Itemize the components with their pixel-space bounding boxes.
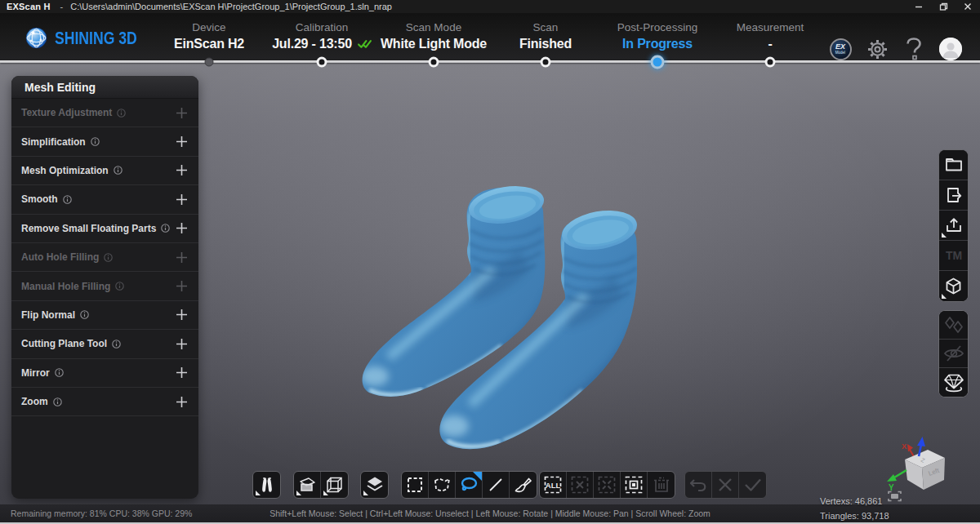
panel-item-smooth[interactable]: Smooth: [11, 185, 198, 214]
rect-select-button[interactable]: [402, 472, 429, 498]
info-icon[interactable]: [114, 166, 122, 175]
orientation-cube[interactable]: X Left Z Y: [874, 437, 956, 510]
progress-node-scan-mode[interactable]: [429, 56, 439, 67]
panel-item-texture-adjustment[interactable]: Texture Adjustment: [11, 99, 198, 127]
marker-points-button[interactable]: [939, 311, 968, 340]
expand-plus-icon[interactable]: [176, 396, 188, 408]
progress-node-post-processing[interactable]: [651, 55, 665, 69]
restore-button[interactable]: [931, 0, 956, 13]
step-scan-mode[interactable]: Scan Mode White Light Mode: [381, 20, 487, 53]
step-scan[interactable]: Scan Finished: [519, 20, 572, 53]
wire-cube-icon: [325, 476, 344, 495]
panel-item-mirror[interactable]: Mirror: [11, 359, 198, 388]
expand-plus-icon[interactable]: [176, 338, 188, 350]
line-select-button[interactable]: [483, 472, 510, 498]
export-data-button[interactable]: [939, 180, 968, 211]
progress-node-scan[interactable]: [541, 56, 551, 67]
step-calibration[interactable]: Calibration Jul.29 - 13:50: [272, 20, 372, 53]
panel-item-cutting-plane-tool[interactable]: Cutting Plane Tool: [11, 330, 198, 358]
panel-item-simplification[interactable]: Simplification: [11, 127, 198, 156]
system-resources: Remaining memory: 81% CPU: 38% GPU: 29%: [11, 508, 192, 518]
mesh-quality-button[interactable]: [939, 368, 968, 397]
expand-plus-icon[interactable]: [176, 366, 188, 379]
info-icon[interactable]: [104, 253, 113, 262]
fit-view-button[interactable]: [888, 491, 902, 502]
undo-icon: [688, 476, 708, 494]
exscan-window: EXScan H - C:\Users\admin\Documents\EXSc…: [0, 0, 980, 524]
share-upload-button[interactable]: [939, 211, 968, 241]
unselect-all-button[interactable]: [567, 472, 594, 498]
panel-item-zoom[interactable]: Zoom: [11, 388, 198, 416]
folder-icon: [945, 156, 963, 174]
cancel-button[interactable]: [712, 472, 739, 498]
expand-plus-icon[interactable]: [176, 251, 188, 264]
cut-plane-view-button[interactable]: [294, 472, 321, 498]
data-layers-button[interactable]: [361, 472, 388, 498]
apply-button[interactable]: [739, 472, 766, 498]
panel-item-manual-hole-filling[interactable]: Manual Hole Filling: [11, 272, 198, 300]
view-cube: Left Z: [905, 450, 945, 490]
export-file-icon: [945, 186, 963, 204]
info-icon[interactable]: [80, 310, 89, 319]
brand-name: SHINING 3D: [55, 28, 137, 49]
account-button[interactable]: [939, 38, 962, 60]
info-icon[interactable]: [63, 195, 72, 204]
plane-sheet-icon: [297, 476, 317, 494]
brush-select-button[interactable]: [510, 472, 537, 498]
wireframe-view-button[interactable]: [321, 472, 348, 498]
settings-button[interactable]: [866, 38, 889, 60]
panel-item-label: Cutting Plane Tool: [21, 338, 107, 349]
delete-selected-button[interactable]: [648, 472, 675, 498]
select-all-button[interactable]: ALL: [540, 472, 567, 498]
info-icon[interactable]: [161, 224, 170, 233]
step-measurement[interactable]: Measurement -: [737, 20, 804, 53]
panel-item-flip-normal[interactable]: Flip Normal: [11, 301, 198, 330]
undo-button[interactable]: [685, 472, 712, 498]
expand-plus-icon[interactable]: [176, 193, 188, 206]
navbar: SHINING 3D Device EinScan H2 Calibration…: [0, 13, 980, 62]
step-post-processing[interactable]: Post-Processing In Progress: [617, 20, 697, 53]
progress-node-calibration[interactable]: [317, 56, 327, 67]
open-project-button[interactable]: [939, 150, 968, 180]
info-icon[interactable]: [91, 137, 100, 146]
tool-group-select-actions: ALL: [539, 471, 675, 499]
texture-mapping-button[interactable]: TM: [939, 241, 968, 271]
expand-plus-icon[interactable]: [176, 280, 188, 292]
select-through-icon: [624, 475, 644, 495]
close-button[interactable]: [956, 0, 980, 13]
select-through-button[interactable]: [621, 472, 648, 498]
exmodel-button[interactable]: EX Model: [829, 38, 852, 60]
step-device[interactable]: Device EinScan H2: [174, 20, 244, 53]
expand-plus-icon[interactable]: [176, 107, 188, 119]
expand-plus-icon[interactable]: [176, 309, 188, 321]
app-title: EXScan H: [7, 2, 51, 11]
tool-group-layers: [360, 471, 389, 499]
progress-node-device[interactable]: [205, 57, 214, 66]
expand-plus-icon[interactable]: [176, 164, 188, 176]
layers-icon: [365, 475, 385, 495]
panel-item-auto-hole-filling[interactable]: Auto Hole Filling: [11, 243, 198, 272]
polygon-select-button[interactable]: [429, 472, 456, 498]
info-icon[interactable]: [117, 109, 126, 118]
expand-plus-icon[interactable]: [176, 222, 188, 234]
info-icon[interactable]: [112, 340, 121, 349]
info-icon[interactable]: [115, 282, 124, 291]
marker-pair-icon: [944, 316, 964, 334]
info-icon[interactable]: [53, 397, 62, 406]
panel-item-mesh-optimization[interactable]: Mesh Optimization: [11, 157, 198, 185]
left-foot-mesh: [361, 181, 554, 405]
model-view-button[interactable]: [939, 271, 968, 301]
help-button[interactable]: [902, 38, 925, 60]
lasso-select-button[interactable]: [456, 472, 483, 498]
scanned-data-button[interactable]: [253, 472, 280, 498]
expand-plus-icon[interactable]: [176, 135, 188, 148]
gem-icon: [943, 373, 964, 393]
minimize-button[interactable]: [906, 0, 931, 13]
hide-markers-button[interactable]: [939, 340, 968, 368]
panel-item-remove-small-floating-parts[interactable]: Remove Small Floating Parts: [11, 215, 198, 243]
project-path: C:\Users\admin\Documents\EXScan H\Projec…: [70, 2, 392, 11]
panel-item-label: Remove Small Floating Parts: [21, 223, 156, 234]
info-icon[interactable]: [55, 368, 64, 377]
invert-selection-button[interactable]: [594, 472, 621, 498]
progress-node-measurement[interactable]: [765, 56, 776, 67]
